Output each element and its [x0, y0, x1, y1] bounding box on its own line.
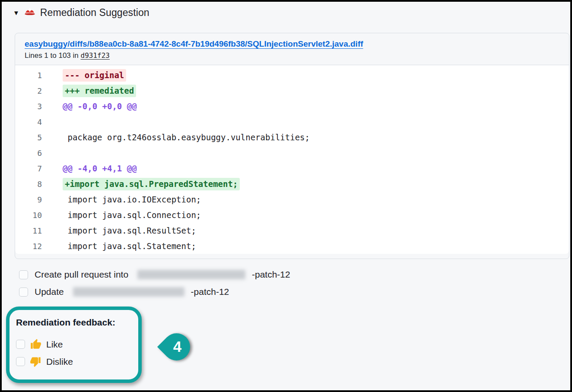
diff-card-header: easybuggy/diffs/b88ea0cb-8a81-4742-8c4f-…	[15, 33, 569, 65]
step-marker-4: 4	[163, 333, 190, 360]
commit-link[interactable]: d931f23	[81, 51, 110, 60]
thumbs-up-icon	[30, 338, 41, 350]
code-text: import java.io.IOException;	[42, 195, 201, 204]
step-marker-number: 4	[164, 333, 191, 360]
rescue-helmet-icon	[24, 6, 36, 19]
feedback-options: LikeDislike	[16, 338, 132, 367]
diff-file-link[interactable]: easybuggy/diffs/b88ea0cb-8a81-4742-8c4f-…	[25, 39, 363, 48]
code-line-8: 8+import java.sql.PreparedStatement;	[15, 176, 569, 192]
create-pull-request-checkbox[interactable]	[19, 270, 28, 279]
feedback-option-dislike: Dislike	[16, 356, 132, 367]
update-branch-checkbox[interactable]	[19, 288, 28, 297]
line-number: 4	[15, 117, 42, 126]
code-text: import java.sql.Connection;	[42, 210, 201, 220]
redacted-branch-name	[73, 287, 184, 297]
action-checkbox-list: Create pull request into -patch-12Update…	[19, 269, 290, 297]
update-branch-checkbox-row: Update -patch-12	[19, 287, 290, 297]
feedback-title: Remediation feedback:	[16, 317, 132, 328]
code-text: +import java.sql.PreparedStatement;	[42, 179, 240, 189]
redacted-branch-name	[137, 270, 245, 279]
line-number: 8	[15, 180, 42, 189]
code-text: @@ -4,0 +4,1 @@	[42, 164, 137, 173]
code-line-2: 2+++ remediated	[15, 83, 569, 98]
feedback-callout: Remediation feedback: LikeDislike	[6, 307, 142, 383]
code-text: import java.sql.ResultSet;	[42, 226, 196, 235]
create-pull-request-checkbox-row: Create pull request into -patch-12	[19, 269, 290, 280]
code-line-4: 4	[15, 114, 569, 130]
code-text: +++ remediated	[42, 86, 136, 95]
screenshot-frame: ▼ Remediation Suggestion easybuggy/diffs…	[0, 0, 572, 392]
line-number: 3	[15, 102, 42, 111]
lines-info-text: Lines 1 to 103 in	[25, 51, 79, 60]
code-line-5: 5 package org.t246osslab.easybuggy.vulne…	[15, 130, 569, 145]
action-label: Update	[35, 287, 67, 297]
line-number: 1	[15, 71, 42, 80]
collapse-toggle-icon[interactable]: ▼	[13, 9, 19, 16]
code-text: --- original	[42, 70, 126, 80]
line-number: 5	[15, 133, 42, 142]
diff-card: easybuggy/diffs/b88ea0cb-8a81-4742-8c4f-…	[15, 33, 569, 259]
page-title: Remediation Suggestion	[40, 7, 149, 19]
code-line-11: 11 import java.sql.ResultSet;	[15, 223, 569, 238]
code-text: package org.t246osslab.easybuggy.vulnera…	[42, 133, 310, 142]
line-number: 2	[15, 86, 42, 95]
section-header: ▼ Remediation Suggestion	[13, 6, 149, 19]
dislike-checkbox[interactable]	[16, 357, 25, 366]
like-checkbox[interactable]	[16, 340, 25, 349]
thumbs-down-icon	[30, 356, 41, 367]
code-line-10: 10 import java.sql.Connection;	[15, 207, 569, 223]
line-number: 9	[15, 195, 42, 204]
line-number: 7	[15, 164, 42, 173]
code-text: import java.sql.Statement;	[42, 241, 196, 251]
feedback-option-label: Like	[46, 339, 63, 350]
code-line-3: 3@@ -0,0 +0,0 @@	[15, 98, 569, 114]
code-line-9: 9 import java.io.IOException;	[15, 192, 569, 207]
action-label-suffix: -patch-12	[191, 287, 229, 297]
line-number: 12	[15, 242, 42, 251]
lines-info: Lines 1 to 103 in d931f23	[25, 51, 559, 60]
feedback-option-label: Dislike	[46, 357, 73, 367]
diff-code-viewer: 1--- original2+++ remediated3@@ -0,0 +0,…	[15, 65, 569, 254]
code-line-1: 1--- original	[15, 67, 569, 83]
line-number: 10	[15, 211, 42, 220]
feedback-option-like: Like	[16, 338, 132, 350]
code-line-12: 12 import java.sql.Statement;	[15, 238, 569, 254]
code-line-6: 6	[15, 145, 569, 161]
line-number: 6	[15, 149, 42, 158]
action-label-suffix: -patch-12	[252, 269, 290, 280]
line-number: 11	[15, 226, 42, 235]
code-text: @@ -0,0 +0,0 @@	[42, 101, 137, 111]
code-line-7: 7@@ -4,0 +4,1 @@	[15, 161, 569, 176]
callout-pin-icon: 4	[157, 328, 196, 366]
action-label: Create pull request into	[35, 269, 131, 280]
